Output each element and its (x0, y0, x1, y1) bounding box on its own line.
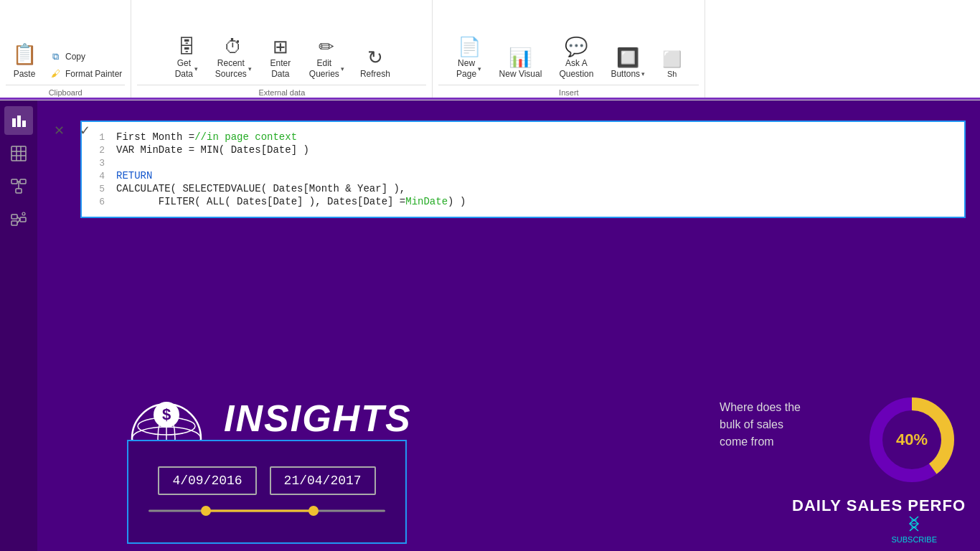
svg-rect-1 (17, 116, 21, 127)
buttons-icon: 🔲 (616, 48, 639, 67)
svg-point-18 (22, 212, 25, 215)
get-data-arrow: ▾ (194, 65, 198, 72)
right-text: Where does the bulk of sales come from (720, 399, 801, 451)
daily-sales-title: DAILY SALES PERFO (792, 496, 966, 515)
ask-question-icon: 💬 (565, 37, 588, 56)
code-line-3: 3 (82, 156, 964, 169)
clipboard-section: 📋 Paste ⧉ Copy 🖌 Format Painter Clipboar… (0, 0, 131, 100)
editor-close-button[interactable]: ✕ (49, 121, 69, 141)
enter-data-label: EnterData (270, 58, 291, 79)
ribbon-accent-bar (0, 98, 980, 100)
editor-toolbar: ✕ ✓ (49, 121, 95, 141)
buttons-button[interactable]: 🔲 Buttons ▾ (603, 45, 652, 82)
get-data-icon: 🗄 (177, 37, 196, 56)
date-boxes-row: 4/09/2016 21/04/2017 (158, 466, 375, 495)
recent-sources-arrow: ▾ (248, 65, 252, 72)
code-line-4: 4 RETURN (82, 169, 964, 182)
recent-sources-button[interactable]: ⏱ RecentSources ▾ (208, 34, 259, 82)
insert-section: 📄 NewPage ▾ 📊 New Visual 💬 Ask AQuestion… (433, 0, 705, 100)
right-text-line1: Where does the (720, 399, 801, 416)
new-page-arrow: ▾ (478, 65, 481, 72)
paste-icon: 📋 (11, 39, 37, 69)
edit-queries-icon: ✏ (319, 37, 334, 56)
svg-rect-8 (11, 179, 17, 184)
slider-thumb-left[interactable] (201, 506, 211, 516)
shapes-button[interactable]: ⬜ Sh (655, 49, 689, 82)
buttons-arrow: ▾ (641, 70, 645, 77)
main-area: ✕ ✓ 1 First Month = //in page context 2 … (0, 100, 980, 551)
external-data-section: 🗄 GetData ▾ ⏱ RecentSources ▾ ⊞ EnterDat… (131, 0, 433, 100)
new-page-icon: 📄 (458, 37, 481, 56)
sidebar (0, 100, 37, 551)
svg-rect-2 (22, 121, 26, 127)
code-line-2: 2 VAR MinDate = MIN( Dates[Date] ) (82, 143, 964, 156)
recent-sources-icon: ⏱ (224, 37, 242, 56)
get-data-button[interactable]: 🗄 GetData ▾ (166, 34, 207, 82)
date-range-selector[interactable]: 4/09/2016 21/04/2017 (127, 440, 407, 544)
subscribe-label: SUBSCRIBE (891, 535, 937, 544)
right-text-line2: bulk of sales (720, 416, 801, 433)
edit-queries-label: EditQueries (309, 58, 339, 79)
end-date-box[interactable]: 21/04/2017 (270, 466, 376, 495)
date-slider[interactable] (149, 504, 385, 518)
shapes-icon: ⬜ (662, 52, 682, 67)
external-data-label: External data (137, 85, 426, 97)
sidebar-item-model[interactable] (4, 172, 33, 201)
code-line-1: 1 First Month = //in page context (82, 131, 964, 143)
copy-label: Copy (65, 52, 85, 62)
enter-data-button[interactable]: ⊞ EnterData (260, 34, 301, 82)
svg-text:$: $ (162, 405, 171, 423)
editor-confirm-button[interactable]: ✓ (75, 121, 95, 141)
slider-thumb-right[interactable] (308, 506, 319, 516)
svg-rect-0 (12, 118, 16, 127)
subscribe-area[interactable]: SUBSCRIBE (891, 514, 937, 544)
paste-label: Paste (14, 69, 36, 79)
edit-queries-button[interactable]: ✏ EditQueries ▾ (302, 34, 352, 82)
ribbon: 📋 Paste ⧉ Copy 🖌 Format Painter Clipboar… (0, 0, 980, 100)
code-lines: 1 First Month = //in page context 2 VAR … (82, 128, 964, 211)
clipboard-label: Clipboard (6, 85, 125, 97)
format-painter-button[interactable]: 🖌 Format Painter (46, 67, 125, 80)
shapes-label: Sh (667, 70, 677, 79)
new-visual-label: New Visual (499, 69, 542, 79)
code-editor[interactable]: 1 First Month = //in page context 2 VAR … (80, 121, 966, 218)
recent-sources-label: RecentSources (215, 58, 247, 79)
refresh-label: Refresh (360, 69, 390, 79)
new-visual-button[interactable]: 📊 New Visual (492, 45, 550, 82)
slider-fill (206, 509, 314, 512)
donut-chart: 40% (865, 393, 958, 486)
svg-rect-13 (11, 215, 17, 219)
enter-data-icon: ⊞ (273, 37, 288, 56)
sidebar-item-table[interactable] (4, 139, 33, 168)
ask-question-button[interactable]: 💬 Ask AQuestion (552, 34, 600, 82)
right-text-line3: come from (720, 433, 801, 451)
ask-question-label: Ask AQuestion (559, 58, 593, 79)
canvas-area: ✕ ✓ 1 First Month = //in page context 2 … (37, 100, 980, 551)
refresh-icon: ↻ (367, 48, 383, 67)
copy-button[interactable]: ⧉ Copy (46, 50, 125, 64)
paste-button[interactable]: 📋 Paste (6, 36, 43, 82)
copy-icon: ⧉ (49, 51, 62, 62)
svg-rect-10 (16, 189, 22, 193)
format-painter-label: Format Painter (65, 69, 122, 79)
donut-percent-label: 40% (896, 430, 928, 449)
sidebar-item-ai[interactable] (4, 205, 33, 234)
get-data-label: GetData (175, 58, 193, 79)
buttons-label: Buttons (611, 69, 640, 79)
new-page-label: NewPage (456, 58, 476, 79)
new-visual-icon: 📊 (509, 48, 532, 67)
insert-label: Insert (438, 85, 699, 97)
start-date-box[interactable]: 4/09/2016 (158, 466, 256, 495)
format-painter-icon: 🖌 (49, 68, 62, 79)
sidebar-item-bar-chart[interactable] (4, 106, 33, 135)
svg-rect-9 (20, 179, 26, 184)
new-page-button[interactable]: 📄 NewPage ▾ (449, 34, 489, 82)
edit-queries-arrow: ▾ (341, 65, 344, 72)
svg-rect-15 (20, 217, 26, 222)
code-line-5: 5 CALCULATE( SELECTEDVALUE( Dates[Month … (82, 182, 964, 195)
refresh-button[interactable]: ↻ Refresh (353, 45, 397, 82)
copy-format-group: ⧉ Copy 🖌 Format Painter (46, 50, 125, 82)
insights-title: INSIGHTS (224, 397, 412, 440)
code-line-6: 6 FILTER( ALL( Dates[Date] ), Dates[Date… (82, 195, 964, 208)
svg-rect-14 (11, 221, 17, 225)
